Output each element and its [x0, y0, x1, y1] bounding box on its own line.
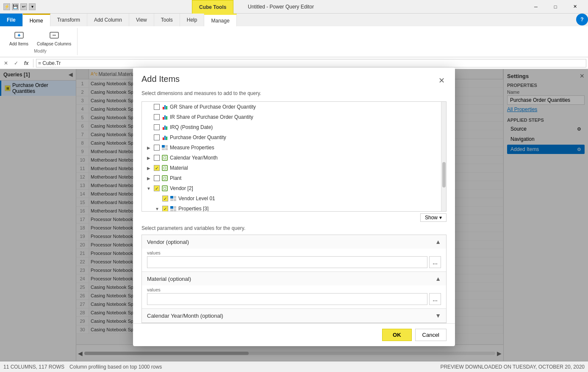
tree-item-label: Calendar Year/Month	[170, 155, 218, 161]
modal-subtitle: Select dimensions and measures to add to…	[133, 90, 455, 101]
barchart-icon	[163, 115, 167, 120]
tree-item[interactable]: IRQ (Posting Date)	[142, 122, 441, 132]
param-input-field[interactable]	[147, 256, 427, 268]
param-dots-button[interactable]: ...	[429, 293, 441, 305]
cube-tools-tab[interactable]: Cube Tools	[192, 0, 233, 14]
tree-item[interactable]: GR Share of Purchase Order Quantity	[142, 102, 441, 112]
param-group: Material (optional) ▲ values ...	[142, 272, 446, 309]
tree-list[interactable]: GR Share of Purchase Order Quantity IR S…	[142, 102, 446, 212]
tree-item-label: Measure Properties	[170, 145, 214, 151]
tree-checkbox[interactable]	[154, 165, 160, 171]
tree-expand-icon[interactable]: ▶	[145, 145, 152, 150]
tab-tools[interactable]: Tools	[154, 14, 180, 26]
title-bar-icons: ⚡ 💾 ↩ ▾	[3, 3, 36, 10]
ok-button[interactable]: OK	[382, 329, 412, 341]
add-items-button[interactable]: Add Items	[7, 30, 31, 47]
tree-item[interactable]: Purchase Order Quantity	[142, 132, 441, 143]
param-values-label: values	[147, 250, 441, 255]
tree-scrollbar[interactable]	[441, 102, 446, 211]
ribbon-content: Add Items Collapse Columns Modify	[0, 26, 588, 57]
tab-home[interactable]: Home	[23, 14, 50, 26]
tree-item[interactable]: ▶ Material	[142, 163, 441, 173]
param-group-title: Material (optional)	[147, 276, 191, 282]
tree-item[interactable]: ▼ Properties [3]	[142, 204, 441, 212]
formula-input[interactable]	[36, 59, 586, 67]
tab-help[interactable]: Help	[180, 14, 205, 26]
tab-add-column-label: Add Column	[94, 17, 122, 23]
tree-expand-icon[interactable]: ▶	[145, 156, 152, 160]
tree-item-icon	[161, 165, 168, 171]
tree-checkbox[interactable]	[154, 185, 160, 191]
param-input-row: ...	[147, 293, 441, 305]
tab-transform[interactable]: Transform	[50, 14, 87, 26]
param-dots-button[interactable]: ...	[429, 256, 441, 268]
quick-access-save[interactable]: 💾	[12, 3, 19, 10]
modify-group: Add Items Collapse Columns Modify	[3, 28, 78, 55]
tree-item[interactable]: ▶ Measure Properties	[142, 143, 441, 153]
tree-item[interactable]: ▶ Calendar Year/Month	[142, 153, 441, 163]
tab-add-column[interactable]: Add Column	[87, 14, 129, 26]
show-chevron-icon: ▾	[439, 215, 442, 221]
tree-item-label: Material	[170, 165, 188, 171]
param-input-row: ...	[147, 256, 441, 268]
tree-checkbox[interactable]	[154, 145, 160, 151]
param-group-header[interactable]: Calendar Year/Month (optional) ▼	[142, 309, 446, 322]
status-bar: 11 COLUMNS, 117 ROWS Column profiling ba…	[0, 361, 588, 372]
app-icon: ⚡	[3, 3, 10, 10]
tree-checkbox[interactable]	[154, 114, 160, 120]
tree-item-label: IRQ (Posting Date)	[170, 124, 213, 130]
formula-fx-btn[interactable]: fx	[22, 59, 31, 67]
param-group-header[interactable]: Material (optional) ▲	[142, 272, 446, 285]
close-button[interactable]: ✕	[565, 0, 585, 14]
formula-confirm-btn[interactable]: ✓	[12, 59, 20, 67]
param-group-title: Calendar Year/Month (optional)	[147, 313, 223, 319]
param-content: values ...	[142, 249, 446, 271]
collapse-columns-label: Collapse Columns	[37, 42, 71, 46]
modal-footer: OK Cancel	[133, 323, 455, 346]
tab-view[interactable]: View	[129, 14, 154, 26]
params-section: Vendor (optional) ▲ values ... Material …	[141, 235, 447, 323]
quick-access-dropdown[interactable]: ▾	[29, 3, 36, 10]
tree-item-label: IR Share of Purchase Order Quantity	[170, 114, 253, 120]
tree-item[interactable]: Vendor Level 01	[142, 193, 441, 204]
tab-file-label: File	[7, 17, 16, 23]
param-group-title: Vendor (optional)	[147, 239, 189, 245]
tree-expand-icon[interactable]: ▶	[145, 176, 152, 181]
columns-rows-count: 11 COLUMNS, 117 ROWS	[3, 364, 64, 370]
modify-group-label: Modify	[34, 49, 46, 53]
param-values-label: values	[147, 287, 441, 292]
quick-access-undo[interactable]: ↩	[20, 3, 27, 10]
param-group-toggle-icon: ▲	[435, 275, 441, 282]
param-input-field[interactable]	[147, 293, 427, 305]
tree-item[interactable]: ▶ Plant	[142, 173, 441, 183]
tree-item[interactable]: ▼ Vendor [2]	[142, 183, 441, 193]
minimize-button[interactable]: ─	[526, 0, 546, 14]
tab-manage[interactable]: Manage	[204, 14, 236, 26]
show-button-row: Show ▾	[133, 212, 455, 224]
show-button[interactable]: Show ▾	[420, 213, 447, 222]
formula-cancel-btn[interactable]: ✕	[2, 59, 10, 67]
tree-checkbox[interactable]	[154, 155, 160, 161]
tree-checkbox[interactable]	[154, 124, 160, 130]
tab-file[interactable]: File	[0, 14, 23, 26]
tree-item-label: Plant	[170, 175, 181, 181]
tree-item[interactable]: IR Share of Purchase Order Quantity	[142, 112, 441, 122]
ribbon: File Home Transform Add Column View Tool…	[0, 14, 588, 57]
help-button[interactable]: ?	[576, 14, 588, 25]
cancel-button[interactable]: Cancel	[415, 329, 447, 341]
modal-title: Add Items	[141, 74, 180, 84]
tree-checkbox[interactable]	[162, 206, 168, 212]
tree-checkbox[interactable]	[154, 104, 160, 110]
tree-checkbox[interactable]	[162, 196, 168, 201]
maximize-button[interactable]: □	[546, 0, 565, 14]
help-icon: ?	[580, 17, 583, 22]
tree-checkbox[interactable]	[154, 134, 160, 140]
tree-expand-icon[interactable]: ▼	[145, 186, 152, 191]
tree-checkbox[interactable]	[154, 175, 160, 181]
collapse-columns-button[interactable]: Collapse Columns	[34, 30, 74, 47]
param-group-header[interactable]: Vendor (optional) ▲	[142, 235, 446, 249]
tree-expand-icon[interactable]: ▶	[145, 166, 152, 171]
barchart-icon	[163, 135, 167, 140]
modal-close-button[interactable]: ✕	[437, 74, 447, 87]
tree-expand-icon[interactable]: ▼	[154, 207, 161, 211]
